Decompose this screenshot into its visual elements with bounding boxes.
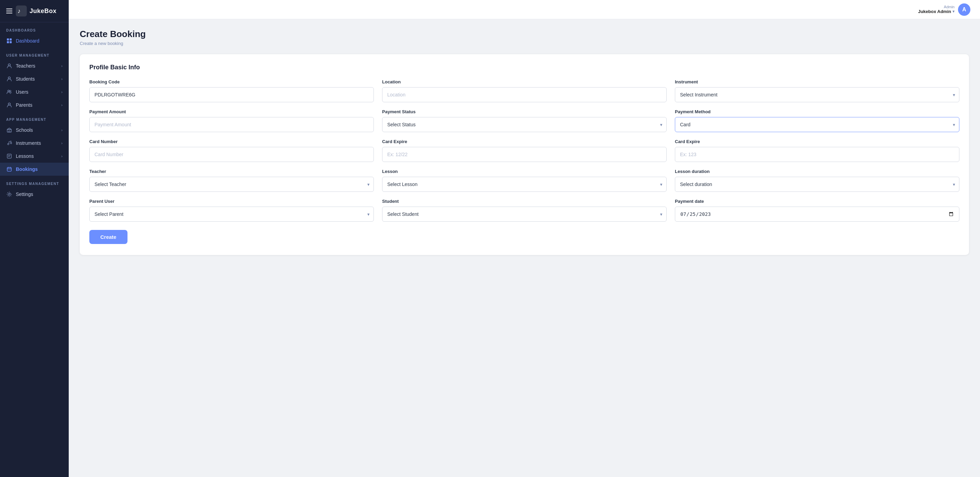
settings-icon — [6, 191, 13, 197]
chevron-right-icon: › — [61, 128, 62, 132]
svg-rect-5 — [10, 41, 12, 43]
form-card-title: Profile Basic Info — [89, 64, 959, 71]
sidebar-item-instruments[interactable]: Instruments › — [0, 136, 69, 150]
card-cvv-input[interactable] — [675, 147, 959, 162]
sidebar-item-students[interactable]: Students › — [0, 73, 69, 86]
student-label: Student — [382, 199, 667, 204]
form-group-card-number: Card Number — [89, 139, 374, 162]
dashboard-icon — [6, 38, 13, 44]
form-group-instrument: Instrument Select Instrument ▾ — [675, 79, 959, 102]
booking-code-label: Booking Code — [89, 79, 374, 84]
form-group-lesson-duration: Lesson duration Select duration ▾ — [675, 169, 959, 192]
teacher-select[interactable]: Select Teacher — [89, 177, 374, 192]
lesson-select[interactable]: Select Lesson — [382, 177, 667, 192]
svg-rect-16 — [7, 168, 11, 171]
card-number-label: Card Number — [89, 139, 374, 144]
payment-method-select[interactable]: Card — [675, 117, 959, 132]
student-select[interactable]: Select Student — [382, 207, 667, 222]
section-label-dashboards: DASHBOARDS — [0, 22, 69, 34]
svg-point-10 — [8, 103, 10, 105]
svg-point-6 — [8, 64, 10, 66]
sidebar-item-teachers[interactable]: Teachers › — [0, 59, 69, 73]
sidebar-item-label: Students — [16, 76, 58, 82]
chevron-right-icon: › — [61, 103, 62, 107]
payment-amount-input[interactable] — [89, 117, 374, 132]
lesson-label: Lesson — [382, 169, 667, 174]
chevron-down-icon: ▾ — [953, 9, 955, 14]
section-label-app-mgmt: APP MANAGEMENT — [0, 111, 69, 124]
bookings-icon — [6, 166, 13, 172]
chevron-right-icon: › — [61, 77, 62, 81]
lesson-duration-label: Lesson duration — [675, 169, 959, 174]
chevron-right-icon: › — [61, 141, 62, 145]
svg-point-14 — [10, 143, 12, 144]
parent-user-label: Parent User — [89, 199, 374, 204]
sidebar-item-label: Teachers — [16, 63, 58, 69]
payment-status-select[interactable]: Select Status — [382, 117, 667, 132]
card-expire-input[interactable] — [382, 147, 667, 162]
form-group-payment-date: Payment date — [675, 199, 959, 222]
sidebar-item-lessons[interactable]: Lessons › — [0, 150, 69, 163]
sidebar-header: ♪ JukeBox — [0, 0, 69, 22]
user-role: Admin — [944, 5, 955, 9]
payment-method-label: Payment Method — [675, 109, 959, 114]
sidebar-item-label: Parents — [16, 102, 58, 108]
user-info: Admin Jukebox Admin ▾ — [918, 5, 955, 14]
lesson-duration-select-wrap: Select duration ▾ — [675, 177, 959, 192]
sidebar-item-label: Bookings — [16, 166, 62, 172]
sidebar-item-users[interactable]: Users › — [0, 86, 69, 98]
sidebar-item-label: Lessons — [16, 154, 58, 159]
chevron-right-icon: › — [61, 64, 62, 68]
svg-point-9 — [10, 90, 11, 92]
sidebar-item-schools[interactable]: Schools › — [0, 124, 69, 136]
card-expire-label: Card Expire — [382, 139, 667, 144]
svg-rect-2 — [7, 38, 9, 41]
instrument-select[interactable]: Select Instrument — [675, 87, 959, 102]
logo-icon: ♪ — [16, 5, 27, 16]
hamburger-icon[interactable] — [6, 9, 13, 13]
sidebar-item-settings[interactable]: Settings — [0, 188, 69, 201]
parent-user-select[interactable]: Select Parent — [89, 207, 374, 222]
teacher-select-wrap: Select Teacher ▾ — [89, 177, 374, 192]
avatar: A — [958, 3, 970, 16]
topbar-user[interactable]: Admin Jukebox Admin ▾ A — [918, 3, 970, 16]
payment-amount-label: Payment Amount — [89, 109, 374, 114]
booking-code-input[interactable] — [89, 87, 374, 102]
form-group-payment-method: Payment Method Card ▾ — [675, 109, 959, 132]
parents-icon — [6, 102, 13, 108]
form-group-booking-code: Booking Code — [89, 79, 374, 102]
card-number-input[interactable] — [89, 147, 374, 162]
sidebar-item-bookings[interactable]: Bookings — [0, 163, 69, 176]
sidebar-item-label: Instruments — [16, 140, 58, 146]
create-button[interactable]: Create — [89, 230, 127, 244]
topbar: Admin Jukebox Admin ▾ A — [69, 0, 980, 19]
sidebar-item-parents[interactable]: Parents › — [0, 98, 69, 111]
form-group-parent-user: Parent User Select Parent ▾ — [89, 199, 374, 222]
page-subtitle: Create a new booking — [80, 41, 969, 46]
svg-point-8 — [8, 90, 10, 92]
svg-rect-15 — [7, 154, 11, 158]
content-area: Create Booking Create a new booking Prof… — [69, 19, 980, 477]
form-group-student: Student Select Student ▾ — [382, 199, 667, 222]
sidebar-item-label: Schools — [16, 127, 58, 133]
users-icon — [6, 89, 13, 95]
section-label-settings-mgmt: SETTINGS MANAGEMENT — [0, 176, 69, 188]
payment-date-input[interactable] — [675, 207, 959, 222]
sidebar-item-label: Users — [16, 89, 58, 95]
payment-date-label: Payment date — [675, 199, 959, 204]
lesson-duration-select[interactable]: Select duration — [675, 177, 959, 192]
schools-icon — [6, 127, 13, 133]
form-group-payment-amount: Payment Amount — [89, 109, 374, 132]
form-grid: Booking Code Location Instrument Select … — [89, 79, 959, 222]
payment-status-select-wrap: Select Status ▾ — [382, 117, 667, 132]
instruments-icon — [6, 140, 13, 146]
svg-point-13 — [8, 143, 9, 145]
sidebar-item-dashboard[interactable]: Dashboard — [0, 34, 69, 48]
location-input[interactable] — [382, 87, 667, 102]
sidebar: ♪ JukeBox DASHBOARDS Dashboard USER MANA… — [0, 0, 69, 477]
chevron-right-icon: › — [61, 90, 62, 94]
teacher-label: Teacher — [89, 169, 374, 174]
instrument-select-wrap: Select Instrument ▾ — [675, 87, 959, 102]
form-group-lesson: Lesson Select Lesson ▾ — [382, 169, 667, 192]
payment-method-select-wrap: Card ▾ — [675, 117, 959, 132]
